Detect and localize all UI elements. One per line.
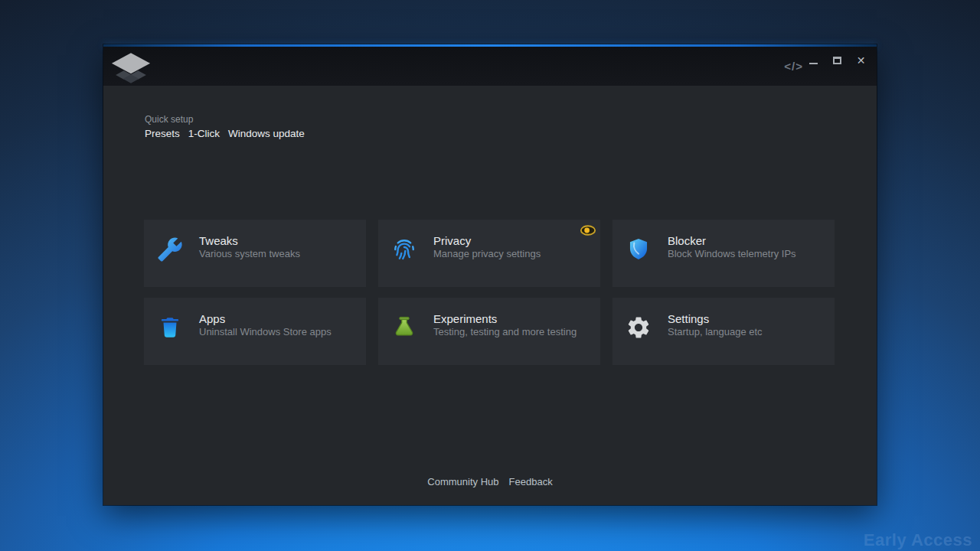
link-presets[interactable]: Presets xyxy=(145,128,180,139)
fingerprint-icon xyxy=(391,236,417,263)
maximize-icon xyxy=(833,57,841,64)
early-access-watermark: Early Access xyxy=(864,530,972,550)
tile-title: Apps xyxy=(199,312,332,325)
tile-title: Privacy xyxy=(433,234,541,247)
footer-links: Community Hub Feedback xyxy=(103,476,877,487)
link-one-click[interactable]: 1-Click xyxy=(188,128,220,139)
eye-icon[interactable] xyxy=(580,224,596,236)
wrench-icon xyxy=(157,236,183,263)
tile-subtitle: Block Windows telemetry IPs xyxy=(668,247,796,260)
tile-apps[interactable]: Apps Uninstall Windows Store apps xyxy=(144,298,366,365)
quick-setup-links: Presets 1-Click Windows update xyxy=(145,128,305,139)
tile-title: Tweaks xyxy=(199,234,300,247)
trash-icon xyxy=(157,314,183,341)
tile-tweaks[interactable]: Tweaks Various system tweaks xyxy=(144,220,366,287)
minimize-icon xyxy=(809,63,818,64)
shield-icon xyxy=(626,236,652,263)
maximize-button[interactable] xyxy=(829,54,845,67)
flask-icon xyxy=(391,314,417,341)
link-windows-update[interactable]: Windows update xyxy=(228,128,305,139)
minimize-button[interactable] xyxy=(805,54,822,67)
tile-privacy[interactable]: Privacy Manage privacy settings xyxy=(378,220,600,287)
tile-subtitle: Manage privacy settings xyxy=(433,247,541,260)
tile-title: Settings xyxy=(668,312,763,325)
app-window: </> ✕ Quick setup Presets 1-Click Window… xyxy=(103,44,877,505)
tile-experiments[interactable]: Experiments Testing, testing and more te… xyxy=(378,298,600,365)
close-button[interactable]: ✕ xyxy=(853,54,869,67)
quick-setup-label: Quick setup xyxy=(145,114,305,125)
link-feedback[interactable]: Feedback xyxy=(509,476,553,487)
window-controls: ✕ xyxy=(805,54,869,67)
quick-setup-block: Quick setup Presets 1-Click Windows upda… xyxy=(145,114,305,139)
link-community-hub[interactable]: Community Hub xyxy=(427,476,498,487)
tile-subtitle: Various system tweaks xyxy=(199,247,300,260)
tile-title: Blocker xyxy=(668,234,796,247)
app-logo-icon xyxy=(109,51,152,89)
tile-title: Experiments xyxy=(433,312,577,325)
desktop-background: Early Access </> ✕ Quick setup xyxy=(0,0,980,551)
tile-subtitle: Startup, language etc xyxy=(668,325,763,338)
tile-subtitle: Testing, testing and more testing xyxy=(433,325,577,338)
window-body: Quick setup Presets 1-Click Windows upda… xyxy=(103,86,877,505)
close-icon: ✕ xyxy=(857,55,866,66)
tile-settings[interactable]: Settings Startup, language etc xyxy=(612,298,835,365)
tile-subtitle: Uninstall Windows Store apps xyxy=(199,325,332,338)
gear-icon xyxy=(626,314,652,341)
tile-blocker[interactable]: Blocker Block Windows telemetry IPs xyxy=(612,220,835,287)
code-icon[interactable]: </> xyxy=(784,60,803,73)
titlebar[interactable]: </> ✕ xyxy=(103,47,877,86)
tile-grid: Tweaks Various system tweaks xyxy=(144,220,835,365)
